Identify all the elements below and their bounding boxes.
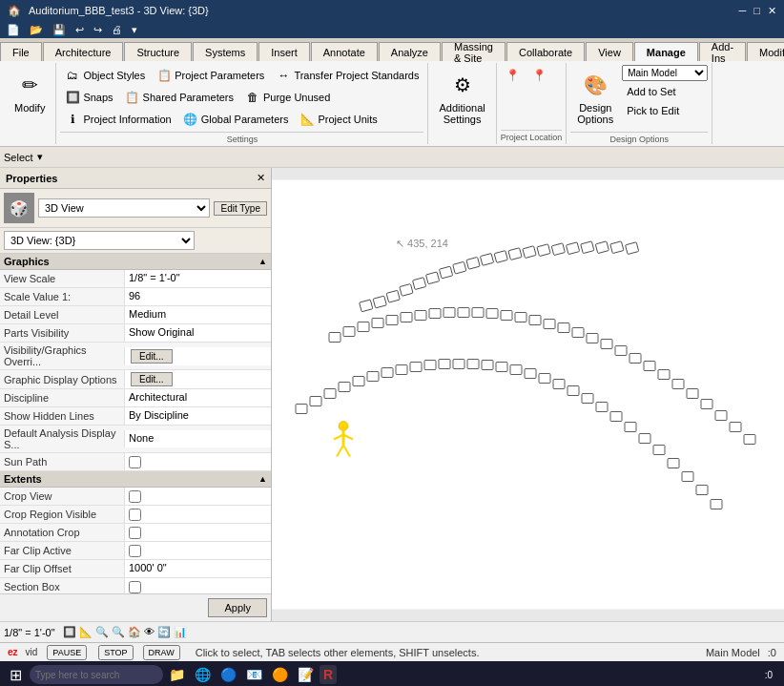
prop-analysis-display: Default Analysis Display S... None xyxy=(0,426,271,453)
qat-save[interactable]: 💾 xyxy=(50,23,69,37)
properties-close-btn[interactable]: ✕ xyxy=(257,172,265,184)
design-options-btn[interactable]: 🎨 DesignOptions xyxy=(570,65,620,130)
taskbar-icon-file-explorer[interactable]: 📁 xyxy=(165,665,189,684)
taskbar-icon-office[interactable]: 📝 xyxy=(294,665,318,684)
hidden-lines-value[interactable]: By Discipline xyxy=(124,407,271,425)
taskbar-icon-edge[interactable]: 🌐 xyxy=(191,665,215,684)
qat-undo[interactable]: ↩ xyxy=(72,23,87,37)
project-info-btn[interactable]: ℹ Project Information xyxy=(60,109,175,130)
properties-body: Graphics ▲ View Scale 1/8" = 1'-0" Scale… xyxy=(0,254,271,593)
tab-view[interactable]: View xyxy=(586,42,633,61)
tab-massing[interactable]: Massing & Site xyxy=(442,42,505,61)
object-styles-btn[interactable]: 🗂 Object Styles xyxy=(60,65,150,86)
qat-new[interactable]: 📄 xyxy=(4,23,23,37)
tab-file[interactable]: File xyxy=(0,42,42,61)
discipline-value[interactable]: Architectural xyxy=(124,389,271,406)
add-to-set-btn[interactable]: Add to Set xyxy=(622,83,708,100)
close-btn[interactable]: ✕ xyxy=(768,5,776,17)
modify-btn[interactable]: ✏ Modify xyxy=(8,65,52,118)
qat-open[interactable]: 📂 xyxy=(27,23,46,37)
ribbon-section-settings: 🗂 Object Styles 📋 Project Parameters ↔ T… xyxy=(56,63,428,144)
quick-access-toolbar: 📄 📂 💾 ↩ ↪ 🖨 ▾ xyxy=(0,21,784,38)
crop-view-checkbox[interactable] xyxy=(129,490,141,503)
analysis-display-value[interactable]: None xyxy=(124,430,271,447)
tab-architecture[interactable]: Architecture xyxy=(43,42,124,61)
graphic-display-edit-btn[interactable]: Edit... xyxy=(131,372,173,386)
graphics-section-header[interactable]: Graphics ▲ xyxy=(0,254,271,270)
extents-arrow: ▲ xyxy=(258,474,267,484)
toolbar-icon-7[interactable]: 🔄 xyxy=(157,626,171,638)
taskbar-icon-revit[interactable]: R xyxy=(320,665,337,684)
tab-insert[interactable]: Insert xyxy=(258,42,310,61)
qat-redo[interactable]: ↪ xyxy=(91,23,105,37)
start-button[interactable]: ⊞ xyxy=(4,666,28,684)
filter-dropdown[interactable]: 3D View: {3D} xyxy=(4,231,195,250)
qat-print[interactable]: 🖨 xyxy=(109,23,125,36)
bottom-toolbar: 1/8" = 1'-0" 🔲 📐 🔍 🔍 🏠 👁 🔄 📊 xyxy=(0,621,784,642)
search-input[interactable] xyxy=(30,665,163,684)
tab-collaborate[interactable]: Collaborate xyxy=(506,42,585,61)
tab-annotate[interactable]: Annotate xyxy=(311,42,378,61)
far-clip-active-checkbox[interactable] xyxy=(129,545,141,557)
additional-settings-btn[interactable]: ⚙ AdditionalSettings xyxy=(432,65,491,130)
crop-region-checkbox[interactable] xyxy=(129,509,141,521)
select-dropdown[interactable]: ▾ xyxy=(37,151,43,163)
sun-path-label: Sun Path xyxy=(0,454,124,469)
toolbar-icon-4[interactable]: 🔍 xyxy=(112,626,125,638)
apply-button[interactable]: Apply xyxy=(208,598,267,617)
svg-point-82 xyxy=(339,422,348,431)
type-dropdown[interactable]: 3D View xyxy=(38,198,210,218)
tab-addins[interactable]: Add-Ins xyxy=(699,42,746,61)
tab-structure[interactable]: Structure xyxy=(124,42,192,61)
prop-vg-overrides: Visibility/Graphics Overri... Edit... xyxy=(0,343,271,370)
parts-visibility-value[interactable]: Show Original xyxy=(124,324,271,342)
additional-settings-icon: ⚙ xyxy=(447,70,478,100)
ribbon-content: ✏ Modify 🗂 Object Styles 📋 Project Param… xyxy=(0,61,784,147)
maximize-btn[interactable]: □ xyxy=(753,5,760,17)
pause-button[interactable]: PAUSE xyxy=(47,645,87,660)
qat-dropdown[interactable]: ▾ xyxy=(129,23,140,37)
tab-systems[interactable]: Systems xyxy=(193,42,258,61)
annotation-crop-checkbox[interactable] xyxy=(129,527,141,539)
draw-button[interactable]: DRAW xyxy=(143,645,180,660)
design-option-select[interactable]: Main Model xyxy=(622,65,708,81)
minimize-btn[interactable]: ─ xyxy=(739,5,747,17)
vg-edit-btn[interactable]: Edit... xyxy=(131,349,173,364)
toolbar-icon-6[interactable]: 👁 xyxy=(144,626,155,638)
purge-unused-btn[interactable]: 🗑 Purge Unused xyxy=(240,87,335,108)
far-clip-offset-value[interactable]: 1000' 0" xyxy=(124,560,271,577)
location-btn2[interactable]: 📍 xyxy=(527,65,552,86)
prop-section-box: Section Box xyxy=(0,578,271,593)
taskbar-icon-outlook[interactable]: 📧 xyxy=(242,665,266,684)
toolbar-icon-2[interactable]: 📐 xyxy=(79,626,93,638)
extents-section-header[interactable]: Extents ▲ xyxy=(0,471,271,488)
view-scale-value[interactable]: 1/8" = 1'-0" xyxy=(124,270,271,287)
transfer-standards-btn[interactable]: ↔ Transfer Project Standards xyxy=(271,65,423,86)
edit-type-button[interactable]: Edit Type xyxy=(214,201,267,216)
shared-parameters-btn[interactable]: 📋 Shared Parameters xyxy=(120,87,238,108)
scale-value-value[interactable]: 96 xyxy=(124,288,271,305)
tab-modify[interactable]: Modify xyxy=(747,42,784,61)
taskbar-icon-chrome[interactable]: 🟠 xyxy=(268,665,292,684)
toolbar-icon-1[interactable]: 🔲 xyxy=(63,626,76,638)
project-parameters-btn[interactable]: 📋 Project Parameters xyxy=(152,65,269,86)
stop-button[interactable]: STOP xyxy=(98,645,133,660)
taskbar-icon-ie[interactable]: 🔵 xyxy=(217,665,240,684)
tab-manage[interactable]: Manage xyxy=(634,42,698,61)
pick-to-edit-btn[interactable]: Pick to Edit xyxy=(622,102,708,119)
toolbar-icon-5[interactable]: 🏠 xyxy=(128,626,141,638)
location-btn1[interactable]: 📍 xyxy=(501,65,526,86)
detail-level-value[interactable]: Medium xyxy=(124,306,271,323)
snaps-btn[interactable]: 🔲 Snaps xyxy=(60,87,117,108)
viewport[interactable]: ↖ 435, 214 xyxy=(272,168,784,621)
tab-analyze[interactable]: Analyze xyxy=(379,42,441,61)
global-parameters-btn[interactable]: 🌐 Global Parameters xyxy=(178,109,294,130)
crop-region-label: Crop Region Visible xyxy=(0,507,124,522)
toolbar-icon-3[interactable]: 🔍 xyxy=(95,626,109,638)
graphics-section-label: Graphics xyxy=(4,256,50,267)
sun-path-checkbox[interactable] xyxy=(129,456,141,468)
section-box-checkbox[interactable] xyxy=(129,581,141,593)
toolbar-icon-8[interactable]: 📊 xyxy=(174,626,187,638)
status-message: Click to select, TAB selects other eleme… xyxy=(196,647,480,658)
project-units-btn[interactable]: 📐 Project Units xyxy=(295,109,382,130)
